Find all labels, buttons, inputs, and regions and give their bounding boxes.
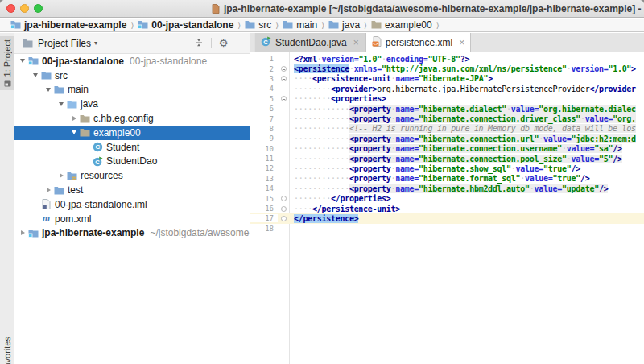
close-window-icon[interactable] [6, 4, 15, 13]
close-tab-icon[interactable]: × [459, 37, 464, 48]
chevron-down-icon[interactable] [69, 130, 79, 134]
fold-marker-icon[interactable] [278, 206, 289, 212]
line-number: 12 [250, 164, 278, 172]
tree-item-src[interactable]: src [14, 68, 250, 83]
line-number: 6 [250, 105, 278, 113]
tree-item-java[interactable]: java [14, 97, 250, 111]
project-tool-window-label: 1: Project [2, 39, 12, 77]
fold-marker-icon[interactable] [278, 216, 289, 221]
breadcrumb-item[interactable]: src [245, 19, 271, 32]
tree-item-jpa-hibernate-example[interactable]: 0 13 11">jpa-hibernate-example~/jstobigd… [14, 226, 250, 241]
tree-item-main[interactable]: main [14, 83, 250, 97]
tab-studentdao-java[interactable]: CStudentDao.java× [254, 33, 365, 52]
fold-marker-icon[interactable] [278, 76, 289, 81]
maven-icon: m [40, 213, 52, 225]
tree-item-test[interactable]: test [14, 183, 250, 197]
title-bar: jpa-hibernate-example [~/jstobigdata/awe… [0, 0, 644, 18]
tree-item-00-jpa-standalone-iml[interactable]: 00-jpa-standalone.iml [14, 197, 250, 212]
folder-icon [245, 19, 255, 32]
tree-item-00-jpa-standalone[interactable]: 0 13 11">00-jpa-standalone00-jpa-standal… [14, 54, 250, 68]
breadcrumb-item[interactable]: 0 13 11">00-jpa-standalone [138, 19, 233, 32]
svg-text:<>: <> [373, 41, 378, 46]
zoom-window-icon[interactable] [34, 4, 43, 13]
chevron-down-icon[interactable] [31, 73, 40, 77]
tree-item-sublabel: 00-jpa-standalone [130, 56, 207, 67]
code-text: <?xml·version="1.0"·encoding="UTF-8"?> [289, 55, 469, 64]
project-icon [4, 80, 11, 87]
folder-source-icon [66, 100, 78, 109]
favorites-tool-window-button[interactable]: Favorites [0, 333, 14, 364]
package-icon [371, 19, 382, 32]
breadcrumb-item[interactable]: main [283, 19, 317, 32]
chevron-right-icon[interactable] [56, 173, 66, 178]
hide-panel-icon[interactable]: − [235, 38, 242, 48]
code-line: 12············<property·name="hibernate.… [250, 163, 644, 173]
code-line: 13············<property·name="hibernate.… [250, 174, 644, 184]
code-line: 1<?xml·version="1.0"·encoding="UTF-8"?> [250, 54, 644, 64]
breadcrumb-item[interactable]: java [328, 19, 360, 32]
tree-item-resources[interactable]: 0 13 11">resources [14, 168, 250, 183]
package-icon [79, 114, 91, 123]
view-mode-dropdown[interactable]: Project Files [38, 38, 91, 49]
code-line: 18 [250, 224, 644, 234]
folder-project-icon: 0 13 11"> [138, 19, 148, 32]
tab-label: persistence.xml [386, 37, 452, 48]
tree-item-label: jpa-hibernate-example [42, 227, 144, 238]
code-line: 17</persistence> [250, 213, 644, 223]
code-text: ············<!-- H2 is running in pure i… [289, 124, 636, 133]
tree-item-label: c.hb.eg.config [93, 113, 154, 124]
folder-icon [283, 19, 293, 32]
divider [211, 38, 212, 48]
class-run-icon: C [261, 36, 271, 49]
tree-item-label: main [68, 84, 89, 95]
tree-item-studentdao[interactable]: CStudentDao [14, 155, 250, 169]
chevron-right-icon[interactable] [43, 188, 53, 192]
line-number: 3 [250, 75, 278, 83]
chevron-down-icon[interactable] [18, 59, 27, 63]
close-tab-icon[interactable]: × [353, 37, 359, 48]
tree-item-example00[interactable]: example00 [14, 126, 250, 140]
line-number: 2 [250, 65, 278, 73]
chevron-right-icon[interactable] [69, 116, 79, 121]
breadcrumb-label: 00-jpa-standalone [151, 19, 233, 31]
project-panel-header: Project Files ▾ ⚙ − [14, 33, 250, 54]
chevron-right-icon: ⟩ [237, 21, 241, 30]
collapse-all-icon[interactable] [194, 36, 204, 51]
code-line: 7············<property·name="hibernate.c… [250, 114, 644, 123]
minimize-window-icon[interactable] [20, 4, 29, 13]
project-tool-window-button[interactable]: 1: Project [0, 36, 14, 90]
line-number: 15 [250, 195, 278, 203]
line-number: 18 [250, 225, 278, 233]
fold-marker-icon[interactable] [278, 66, 289, 72]
folder-icon [40, 71, 52, 80]
tree-item-student[interactable]: CStudent [14, 140, 250, 155]
breadcrumb-label: java [342, 19, 360, 31]
code-text: ····<persistence-unit·name="Hibernate-JP… [289, 74, 493, 83]
code-editor[interactable]: 1<?xml·version="1.0"·encoding="UTF-8"?>2… [250, 52, 644, 364]
code-line: 9············<property·name="hibernate.c… [250, 134, 644, 143]
caret-down-icon[interactable]: ▾ [94, 39, 97, 47]
breadcrumb-item[interactable]: 0 13 11">jpa-hibernate-example [10, 19, 126, 32]
code-text: ····</persistence-unit> [289, 205, 400, 213]
chevron-right-icon: ⟩ [436, 21, 440, 30]
code-line: 4········<provider>org.hibernate.jpa.Hib… [250, 84, 644, 93]
fold-marker-icon[interactable] [278, 96, 289, 101]
breadcrumb-item[interactable]: example00 [371, 19, 432, 32]
tree-item-c-hb-eg-config[interactable]: c.hb.eg.config [14, 111, 250, 126]
fold-marker-icon[interactable] [278, 196, 289, 201]
line-number: 14 [250, 184, 278, 192]
settings-gear-icon[interactable]: ⚙ [219, 38, 229, 48]
chevron-down-icon[interactable] [43, 88, 53, 92]
breadcrumb-label: main [296, 19, 317, 31]
folder-icon [53, 186, 65, 195]
code-text: ········<properties> [289, 94, 386, 103]
chevron-right-icon[interactable] [18, 230, 27, 235]
code-text: ············<property·name="hibernate.di… [289, 105, 636, 114]
svg-text:C: C [96, 143, 101, 151]
chevron-down-icon[interactable] [56, 102, 66, 106]
code-line: 8············<!-- H2 is running in pure … [250, 124, 644, 134]
tree-item-pom-xml[interactable]: mpom.xml [14, 212, 250, 226]
tree-item-label: test [68, 184, 83, 196]
tab-persistence-xml[interactable]: <>persistence.xml× [365, 33, 471, 52]
code-line: 15········</properties> [250, 193, 644, 203]
